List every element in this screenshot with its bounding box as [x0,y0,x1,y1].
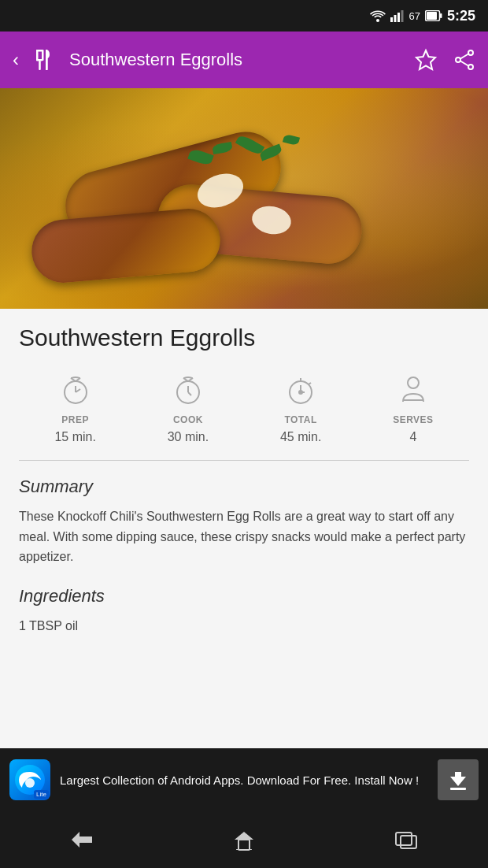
battery-icon [425,10,442,21]
svg-line-28 [188,392,191,395]
fork-knife-icon [31,46,57,73]
status-time: 5:25 [447,8,475,24]
summary-title: Summary [19,477,469,497]
serves-label: SERVES [393,414,433,425]
svg-marker-40 [450,772,466,786]
svg-point-39 [25,778,35,788]
battery-level: 67 [409,10,420,22]
svg-rect-3 [397,13,400,22]
recipe-content: Southwestern Eggrolls PREP 15 min. [0,309,488,652]
nav-back-button[interactable] [51,824,113,855]
back-button[interactable]: ‹ [13,49,19,71]
svg-rect-6 [427,12,437,20]
serves-icon [394,370,433,410]
svg-rect-47 [401,836,416,848]
stat-total: TOTAL 45 min. [280,370,321,444]
svg-point-17 [468,65,473,69]
svg-rect-41 [450,788,466,790]
stat-serves: SERVES 4 [393,370,433,444]
svg-rect-46 [396,833,412,845]
svg-point-15 [468,50,473,55]
cook-value: 30 min. [168,430,209,444]
ad-text: Largest Collection of Android Apps. Down… [60,772,428,788]
ad-lite-badge: Lite [34,790,49,799]
prep-icon [56,370,95,410]
svg-line-18 [460,54,468,59]
ad-logo: Lite [9,759,50,800]
status-icons: 67 5:25 [370,8,476,24]
signal-icon [390,9,405,22]
serves-value: 4 [409,430,416,444]
svg-rect-7 [440,13,442,18]
svg-marker-42 [72,832,92,848]
nav-recent-button[interactable] [375,823,437,856]
cook-icon [168,370,208,410]
prep-label: PREP [61,414,89,425]
svg-marker-14 [416,50,435,69]
svg-rect-12 [39,61,41,70]
svg-point-34 [299,391,302,394]
hero-image [0,88,488,309]
bottom-nav [0,811,488,868]
total-icon [281,370,320,410]
share-button[interactable] [453,49,475,71]
app-bar-actions [414,48,475,72]
recipe-title: Southwestern Eggrolls [19,325,469,351]
cook-label: COOK [173,414,203,425]
summary-text: These Knockoff Chili's Southwestern Egg … [19,506,469,567]
status-bar: 67 5:25 [0,0,488,32]
app-bar: ‹ Southwestern Eggrolls [0,32,488,88]
svg-line-36 [309,383,311,384]
wifi-icon [370,9,386,22]
svg-rect-1 [390,17,393,22]
stats-row: PREP 15 min. COOK 30 min. [19,370,469,444]
total-value: 45 min. [280,430,321,444]
ingredient-item: 1 TBSP oil [19,616,469,636]
nav-home-button[interactable] [214,822,274,857]
svg-rect-2 [394,15,396,22]
total-label: TOTAL [284,414,316,425]
svg-rect-10 [42,50,44,61]
svg-rect-4 [401,10,403,22]
stat-cook: COOK 30 min. [168,370,209,444]
favorite-button[interactable] [414,48,438,72]
app-icon [28,44,60,76]
svg-rect-9 [36,50,43,52]
svg-rect-44 [238,840,250,850]
svg-point-16 [456,57,460,62]
svg-point-37 [408,377,419,388]
prep-value: 15 min. [54,430,95,444]
ad-banner[interactable]: Lite Largest Collection of Android Apps.… [0,748,488,811]
stat-prep: PREP 15 min. [54,370,95,444]
svg-marker-45 [235,832,253,840]
ingredients-title: Ingredients [19,586,469,606]
divider [19,460,469,461]
ad-download-button[interactable] [438,759,479,800]
app-bar-title: Southwestern Eggrolls [69,50,405,70]
download-icon [447,769,469,791]
svg-line-19 [460,61,468,66]
svg-point-0 [376,19,379,22]
